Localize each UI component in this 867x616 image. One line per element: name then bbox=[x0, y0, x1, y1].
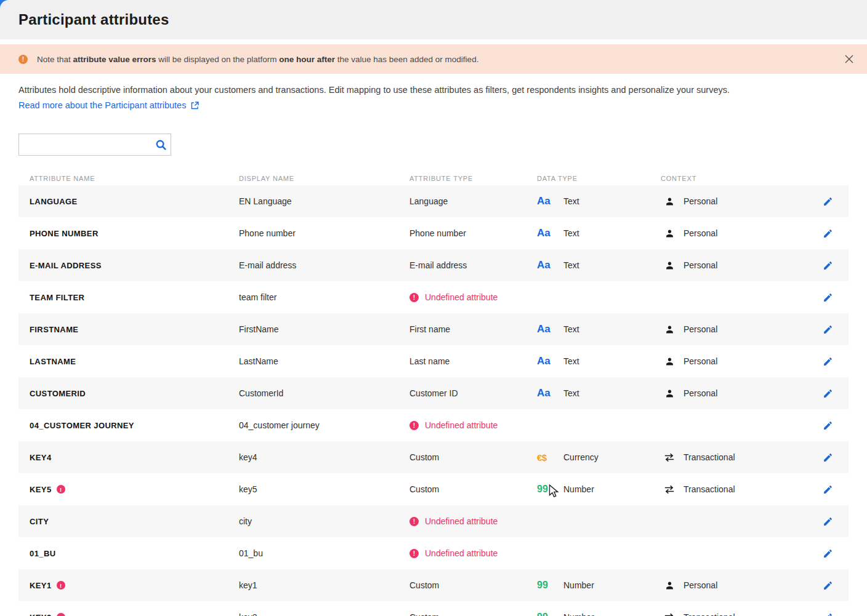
attribute-name-cell: LASTNAME ! bbox=[30, 357, 239, 366]
edit-pencil-icon[interactable] bbox=[823, 196, 833, 207]
edit-pencil-icon[interactable] bbox=[823, 228, 833, 239]
edit-cell bbox=[807, 580, 849, 591]
attribute-name: 04_CUSTOMER JOURNEY bbox=[30, 421, 134, 430]
context-cell: Personal bbox=[661, 324, 807, 335]
search-input[interactable] bbox=[19, 139, 151, 150]
data-type-cell: Aa €$ 99 Text bbox=[537, 227, 661, 239]
display-name-cell: Phone number bbox=[239, 228, 409, 238]
edit-pencil-icon[interactable] bbox=[823, 452, 833, 463]
error-icon: ! bbox=[57, 613, 65, 616]
context-cell: Transactional bbox=[661, 452, 807, 463]
text-datatype-icon: Aa bbox=[537, 259, 555, 271]
display-name: key4 bbox=[239, 452, 257, 462]
edit-pencil-icon[interactable] bbox=[823, 292, 833, 303]
data-type-cell: Aa €$ 99 Text bbox=[537, 355, 661, 367]
data-type-label: Text bbox=[563, 324, 579, 334]
display-name: key1 bbox=[239, 580, 257, 590]
person-icon bbox=[664, 196, 675, 207]
search-icon[interactable] bbox=[151, 139, 171, 151]
warning-text-bold: one hour after bbox=[279, 55, 335, 64]
attribute-type-cell: ! Phone number bbox=[409, 228, 537, 238]
attribute-name-cell: KEY4 ! bbox=[30, 453, 239, 462]
attribute-type: Custom bbox=[409, 484, 439, 494]
currency-datatype-icon: €$ bbox=[537, 452, 555, 463]
data-type-label: Number bbox=[563, 580, 594, 590]
transactional-icon bbox=[664, 612, 675, 616]
table-row: 04_CUSTOMER JOURNEY ! 04_customer journe… bbox=[18, 409, 849, 441]
page-header: Participant attributes bbox=[0, 0, 867, 39]
attribute-name-cell: TEAM FILTER ! bbox=[30, 293, 239, 302]
edit-pencil-icon[interactable] bbox=[823, 548, 833, 559]
warning-text-bold: attribute value errors bbox=[73, 55, 156, 64]
intro-text: Attributes hold descriptive information … bbox=[18, 84, 849, 96]
data-type-label: Text bbox=[563, 388, 579, 398]
person-icon bbox=[664, 260, 675, 271]
undefined-attribute-icon: ! bbox=[409, 293, 419, 302]
display-name-cell: FirstName bbox=[239, 324, 409, 334]
display-name-cell: key1 bbox=[239, 580, 409, 590]
data-type-cell: Aa €$ 99 Number bbox=[537, 612, 661, 616]
edit-cell bbox=[807, 228, 849, 239]
display-name-cell: EN Language bbox=[239, 196, 409, 206]
attribute-name: KEY2 bbox=[30, 613, 52, 616]
context-label: Personal bbox=[684, 196, 717, 206]
number-datatype-icon: 99 bbox=[537, 580, 555, 591]
edit-cell bbox=[807, 356, 849, 367]
attribute-name-cell: PHONE NUMBER ! bbox=[30, 229, 239, 238]
attribute-type-cell: ! Custom bbox=[409, 484, 537, 494]
number-datatype-icon: 99 bbox=[537, 484, 555, 495]
edit-cell bbox=[807, 548, 849, 559]
undefined-attribute-icon: ! bbox=[409, 421, 419, 430]
display-name: E-mail address bbox=[239, 260, 296, 270]
edit-cell bbox=[807, 452, 849, 463]
context-label: Personal bbox=[684, 324, 717, 334]
data-type-label: Text bbox=[563, 356, 579, 366]
edit-pencil-icon[interactable] bbox=[823, 420, 833, 431]
attribute-type-cell: ! Custom bbox=[409, 580, 537, 590]
attribute-name: CUSTOMERID bbox=[30, 389, 86, 398]
attribute-type-cell: ! Undefined attribute bbox=[409, 516, 537, 526]
col-header-data-type: DATA TYPE bbox=[537, 175, 661, 182]
table-row: KEY4 ! key4 ! Custom Aa €$ 99 Currency T… bbox=[18, 441, 849, 473]
attribute-type: Custom bbox=[409, 452, 439, 462]
edit-pencil-icon[interactable] bbox=[823, 356, 833, 367]
edit-pencil-icon[interactable] bbox=[823, 516, 833, 527]
edit-pencil-icon[interactable] bbox=[823, 324, 833, 335]
attribute-type-cell: ! Customer ID bbox=[409, 388, 537, 398]
attribute-name-cell: KEY2 ! bbox=[30, 613, 239, 616]
edit-cell bbox=[807, 516, 849, 527]
col-header-attribute-name: ATTRIBUTE NAME bbox=[30, 175, 239, 182]
attribute-type-cell: ! Undefined attribute bbox=[409, 420, 537, 430]
attribute-name-cell: 04_CUSTOMER JOURNEY ! bbox=[30, 421, 239, 430]
display-name-cell: team filter bbox=[239, 292, 409, 302]
display-name-cell: 01_bu bbox=[239, 548, 409, 558]
data-type-cell: Aa €$ 99 Text bbox=[537, 259, 661, 271]
attribute-name: 01_BU bbox=[30, 549, 55, 558]
text-datatype-icon: Aa bbox=[537, 355, 555, 367]
search-box bbox=[18, 134, 171, 156]
col-header-context: CONTEXT bbox=[661, 175, 807, 182]
attribute-type: E-mail address bbox=[409, 260, 467, 270]
edit-pencil-icon[interactable] bbox=[823, 484, 833, 495]
read-more-link[interactable]: Read more about the Participant attribut… bbox=[18, 100, 200, 111]
transactional-icon bbox=[664, 484, 675, 495]
data-type-label: Text bbox=[563, 228, 579, 238]
number-datatype-icon: 99 bbox=[537, 612, 555, 616]
text-datatype-icon: Aa bbox=[537, 387, 555, 399]
close-icon[interactable] bbox=[844, 54, 855, 65]
display-name: 04_customer journey bbox=[239, 420, 320, 430]
display-name: EN Language bbox=[239, 196, 292, 206]
attribute-name-cell: 01_BU ! bbox=[30, 549, 239, 558]
attribute-name-cell: CITY ! bbox=[30, 517, 239, 526]
edit-pencil-icon[interactable] bbox=[823, 612, 833, 616]
edit-pencil-icon[interactable] bbox=[823, 580, 833, 591]
error-icon: ! bbox=[57, 581, 65, 590]
data-type-cell: Aa €$ 99 Text bbox=[537, 323, 661, 335]
attribute-type: Last name bbox=[409, 356, 450, 366]
table-row: KEY1 ! key1 ! Custom Aa €$ 99 Number Per… bbox=[18, 569, 849, 601]
edit-cell bbox=[807, 292, 849, 303]
attribute-name: KEY1 bbox=[30, 581, 52, 590]
edit-pencil-icon[interactable] bbox=[823, 260, 833, 271]
warning-text-part: will be displayed on the platform bbox=[156, 55, 280, 64]
edit-pencil-icon[interactable] bbox=[823, 388, 833, 399]
